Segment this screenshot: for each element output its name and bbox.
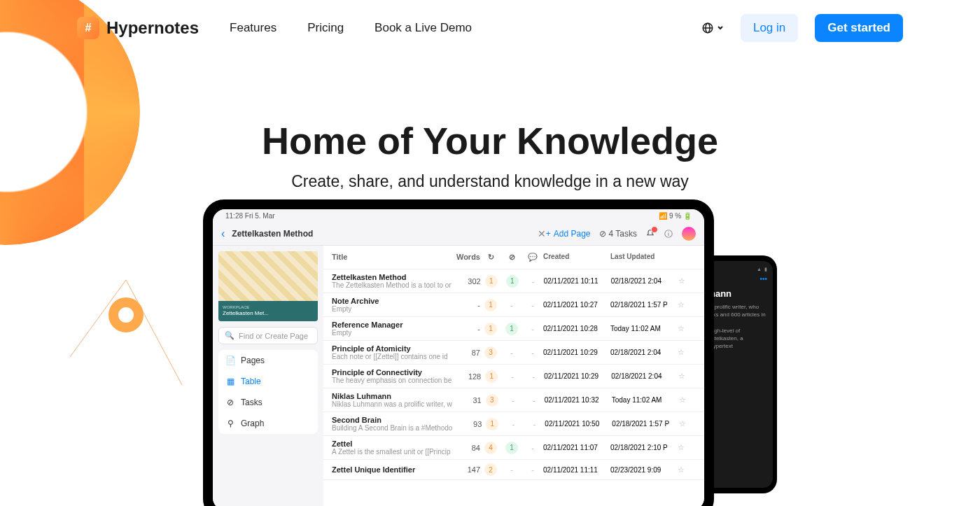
header-created[interactable]: Created	[543, 253, 610, 262]
plus-icon: +	[546, 229, 551, 239]
hero-subtitle: Create, share, and understand knowledge …	[0, 172, 980, 191]
sidebar-item-graph[interactable]: ⚲Graph	[218, 413, 318, 434]
nav-features[interactable]: Features	[230, 21, 276, 35]
page-icon: 📄	[225, 356, 235, 365]
status-time: 11:28 Fri 5. Mar	[225, 212, 275, 220]
header-check-icon[interactable]: ⊘	[501, 253, 522, 262]
globe-icon	[701, 22, 714, 34]
star-icon[interactable]: ☆	[678, 324, 692, 333]
table-row[interactable]: Reference ManagerEmpty - 1 1 - 02/11/202…	[323, 317, 704, 341]
phone-status: ▲▮	[710, 267, 767, 272]
table-row[interactable]: ZettelA Zettel is the smallest unit or […	[323, 436, 704, 460]
cover-label: WORKPLACEZettelkasten Met...	[218, 301, 318, 321]
status-bar: 11:28 Fri 5. Mar 📶 9 % 🔋	[213, 209, 704, 223]
logo[interactable]: # Hypernotes	[77, 17, 199, 39]
star-icon[interactable]: ☆	[678, 300, 692, 309]
sidebar-item-pages[interactable]: 📄Pages	[218, 350, 318, 371]
table-row[interactable]: Zettel Unique Identifier 147 2 - - 02/11…	[323, 460, 704, 480]
notebook-cover[interactable]: WORKPLACEZettelkasten Met...	[218, 251, 318, 321]
phone-more-icon[interactable]: •••	[760, 275, 767, 283]
hero-title: Home of Your Knowledge	[0, 119, 980, 162]
header-title[interactable]: Title	[332, 253, 451, 262]
add-page-button[interactable]: + Add Page	[546, 229, 591, 239]
search-icon: 🔍	[225, 331, 234, 340]
search-input[interactable]: 🔍 Find or Create Page	[218, 327, 318, 344]
table-row[interactable]: Zettelkasten MethodThe Zettelkasten Meth…	[323, 269, 704, 293]
star-icon[interactable]: ☆	[678, 276, 692, 286]
star-icon[interactable]: ☆	[678, 465, 692, 475]
nav-pricing[interactable]: Pricing	[307, 21, 344, 35]
chevron-down-icon	[717, 24, 724, 31]
table-icon: ▦	[225, 377, 235, 386]
tasks-count[interactable]: ⊘ 4 Tasks	[599, 229, 637, 239]
status-battery: 📶 9 % 🔋	[659, 212, 692, 220]
star-icon[interactable]: ☆	[679, 419, 693, 428]
table-row[interactable]: Principle of ConnectivityThe heavy empha…	[323, 365, 704, 388]
decorative-ring-small	[108, 297, 144, 332]
tablet-mockup: 11:28 Fri 5. Mar 📶 9 % 🔋 ‹ Zettelkasten …	[203, 199, 714, 506]
phone-body: a prolific writer, who oks and 600 artic…	[710, 303, 767, 350]
star-icon[interactable]: ☆	[678, 443, 692, 452]
tasks-icon: ⊘	[225, 398, 235, 407]
star-icon[interactable]: ☆	[678, 372, 692, 381]
sidebar: WORKPLACEZettelkasten Met... 🔍 Find or C…	[213, 246, 323, 506]
header-refresh-icon[interactable]: ↻	[480, 253, 501, 262]
svg-point-7	[668, 232, 668, 232]
login-button[interactable]: Log in	[741, 14, 798, 42]
table-header: Title Words ↻ ⊘ 💬 Created Last Updated	[323, 246, 704, 269]
header-updated[interactable]: Last Updated	[610, 253, 678, 262]
star-icon[interactable]: ☆	[679, 395, 693, 405]
language-selector[interactable]	[701, 22, 724, 34]
top-nav: # Hypernotes Features Pricing Book a Liv…	[0, 0, 980, 56]
star-icon[interactable]: ☆	[678, 348, 692, 357]
close-icon[interactable]: ✕	[538, 228, 546, 239]
info-icon[interactable]	[664, 229, 673, 239]
table-row[interactable]: Note ArchiveEmpty - 1 - - 02/11/2021 10:…	[323, 293, 704, 317]
nav-demo[interactable]: Book a Live Demo	[374, 21, 472, 35]
svg-line-1	[126, 280, 182, 385]
back-button[interactable]: ‹	[221, 227, 225, 240]
notifications-button[interactable]	[645, 229, 655, 239]
phone-title: nann	[710, 288, 767, 299]
hero-section: Home of Your Knowledge Create, share, an…	[0, 119, 980, 191]
get-started-button[interactable]: Get started	[815, 14, 903, 42]
table-view: Title Words ↻ ⊘ 💬 Created Last Updated Z…	[323, 246, 704, 506]
check-icon: ⊘	[599, 229, 606, 239]
table-row[interactable]: Second BrainBuilding A Second Brain is a…	[323, 412, 704, 436]
header-words[interactable]: Words	[451, 253, 480, 262]
sidebar-item-table[interactable]: ▦Table	[218, 371, 318, 392]
table-row[interactable]: Niklas LuhmannNiklas Luhmann was a proli…	[323, 388, 704, 412]
table-row[interactable]: Principle of AtomicityEach note or [[Zet…	[323, 341, 704, 365]
header-comment-icon[interactable]: 💬	[522, 253, 543, 262]
sidebar-item-tasks[interactable]: ⊘Tasks	[218, 392, 318, 413]
graph-icon: ⚲	[225, 419, 235, 428]
avatar[interactable]	[682, 227, 696, 241]
notification-badge	[651, 226, 658, 233]
breadcrumb[interactable]: Zettelkasten Method	[232, 229, 531, 239]
logo-text: Hypernotes	[106, 18, 199, 38]
logo-icon: #	[77, 17, 99, 39]
